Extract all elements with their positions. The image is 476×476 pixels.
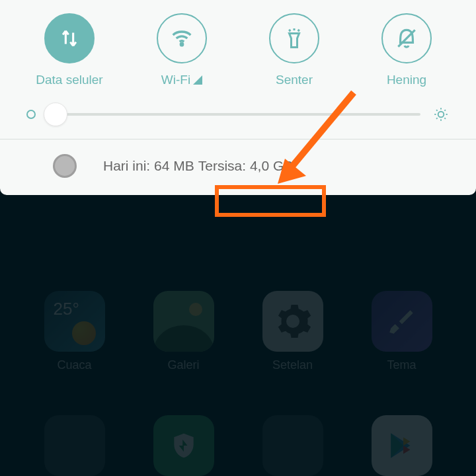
svg-point-0 [180, 44, 182, 46]
auto-brightness-toggle[interactable] [26, 110, 36, 119]
annotation-arrow [274, 86, 367, 192]
toggle-wifi[interactable]: Wi-Fi [136, 13, 228, 87]
quick-settings-panel: Data seluler Wi-Fi Sen [0, 0, 476, 195]
toggle-flashlight[interactable]: Senter [248, 13, 340, 87]
data-usage-icon [53, 154, 77, 178]
toggle-label: Senter [276, 73, 313, 87]
svg-point-1 [438, 112, 444, 118]
toggle-silent[interactable]: Hening [360, 13, 453, 87]
mobile-data-icon [44, 13, 95, 63]
usage-today: Hari ini: 64 MB [103, 158, 194, 174]
wifi-icon [157, 13, 207, 63]
svg-line-2 [288, 93, 354, 172]
silent-icon [381, 13, 432, 63]
brightness-icon [432, 106, 450, 123]
flashlight-icon [269, 13, 319, 63]
toggle-label: Wi-Fi [161, 73, 202, 87]
toggles-row: Data seluler Wi-Fi Sen [0, 13, 476, 87]
brightness-row [0, 87, 476, 139]
signal-icon [193, 75, 202, 85]
toggle-mobile-data[interactable]: Data seluler [23, 13, 116, 87]
toggle-label: Data seluler [36, 73, 102, 87]
toggle-label: Hening [387, 73, 426, 87]
slider-thumb[interactable] [44, 102, 67, 126]
data-usage-text: Hari ini: 64 MB Tersisa: 4,0 GB [103, 158, 293, 174]
